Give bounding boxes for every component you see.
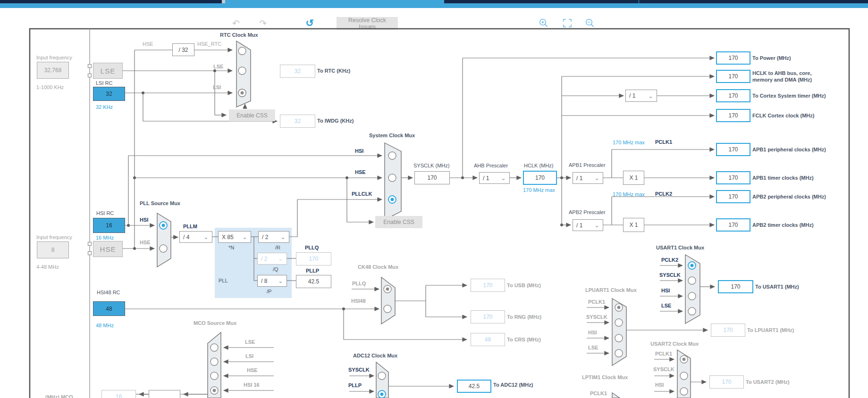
to-rtc-label: To RTC (KHz) [317,68,350,74]
fclk-value-box[interactable]: 170 [716,109,750,122]
tab-segment-mid[interactable] [444,0,639,3]
mco-radio-hse [211,372,218,380]
hclk-value-box[interactable]: 170 [523,171,557,185]
pllq-select: / 2⌄ [257,253,287,265]
adc12-radio-sysclk[interactable] [378,372,386,380]
sys-enable-css-button[interactable]: Enable CSS [375,216,422,228]
rtc-radio-lsi-ring[interactable] [238,89,246,97]
pllp-caption: /P [267,289,271,295]
plln-caption: *N [228,245,234,251]
usart1-radio-hsi[interactable] [688,292,696,300]
pll-panel-label: PLL [219,278,228,284]
usart2-sysclk-stub-label: SYSCLK [653,366,674,373]
fclk-label: FCLK Cortex clock (MHz) [752,113,814,119]
cortex-prescaler-select[interactable]: / 1⌄ [625,90,657,102]
chevron-down-icon: ⌄ [280,235,286,239]
reset-clock-icon[interactable]: ↺ [304,17,315,28]
usart1-radio-lse[interactable] [688,307,696,315]
tab-segment-right[interactable] [639,0,868,3]
sys-radio-hsi[interactable] [388,152,396,159]
undo-icon[interactable]: ↶ [231,18,241,28]
rtc-radio-lse[interactable] [238,67,246,75]
apb1-periph-label: APB1 peripheral clocks (MHz) [752,147,826,153]
sys-radio-hse[interactable] [388,174,396,182]
rtc-radio-hse[interactable] [238,47,246,55]
redo-glyph: ↷ [259,19,267,28]
hse-source-box: HSE [93,241,123,257]
lsi-rc-label: LSI RC [96,80,112,86]
system-mux-title: System Clock Mux [369,133,415,139]
hclk-label: HCLK (MHz) [524,163,553,169]
ck48-mux-shape [381,277,395,324]
to-usb-value-box: 170 [471,279,505,292]
lpuart1-pclk1-stub-label: PCLK1 [588,299,605,305]
pll-radio-hsi[interactable] [160,222,167,229]
lptim1-mux-shape [612,393,620,398]
pll-hse-stub-label: HSE [140,240,151,246]
rtc-div32-box: / 32 [172,43,194,56]
rtc-enable-css-button[interactable]: Enable CSS [229,109,275,121]
to-iwdg-value-box: 32 [280,115,315,128]
ahb-prescaler-select[interactable]: / 1⌄ [479,172,510,184]
hsi48-rc-box: 48 [93,301,125,316]
tab-segment-left[interactable] [0,0,222,3]
lpuart1-radio-pclk1-dot [617,306,621,309]
pllp-select[interactable]: / 8⌄ [257,275,287,287]
sys-radio-pllclk[interactable] [388,196,396,203]
hclk-ahb-value-box[interactable]: 170 [716,70,750,83]
usart1-sysclk-stub-label: SYSCLK [659,272,681,278]
ck48-mux-title: CK48 Clock Mux [358,264,398,270]
apb2-periph-label: APB2 periphe­ral clocks (MHz) [752,194,826,200]
system-mux-shape [385,143,401,220]
to-usb-label: To USB (MHz) [507,282,541,289]
mco-hse-stub-label: HSE [247,367,258,373]
rtc-radio-lsi[interactable] [238,89,246,97]
ck48-radio-hsi48 [384,305,391,313]
usart2-radio-pclk1-dot [683,358,686,361]
lse-input-frequency-field: 32.768 [37,62,69,79]
apb1-prescaler-select[interactable]: / 1⌄ [573,172,603,184]
mco-lsi-stub-label: LSI [245,353,253,359]
fit-to-screen-icon[interactable] [562,17,573,28]
resolve-clock-issues-button[interactable]: Resolve Clock Issues [337,17,398,30]
lpuart1-sysclk-stub-label: SYSCLK [586,314,607,320]
pll-mux-shape [157,213,171,267]
mco-mux-title: MCO Source Mux [194,320,236,326]
adc12-radio-pllp[interactable] [378,390,386,398]
usart1-hsi-stub-label: HSI [661,288,670,294]
cortex-timer-label: To Cortex System timer (MHz) [752,93,826,99]
adc12-sysclk-stub-label: SYSCLK [348,367,370,373]
undo-glyph: ↶ [232,19,240,28]
usart1-radio-pclk2[interactable] [688,262,696,269]
pllp-value-box: 42.5 [296,275,331,288]
apb1-timer-value-box[interactable]: 170 [716,171,750,184]
to-crs-value-box: 48 [471,333,505,346]
redo-icon[interactable]: ↷ [258,18,268,28]
pllq-divider-value: / 2 [261,256,267,262]
to-usart1-value-box[interactable]: 170 [718,280,753,293]
mco-radio-lse [211,344,218,351]
rtc-hse-rtc-stub-label: HSE_RTC [197,41,221,47]
pllm-select[interactable]: / 4⌄ [179,231,212,243]
zoom-out-icon[interactable] [584,17,595,28]
to-rng-value-box: 170 [471,310,505,323]
ck48-hsi48-stub-label: HSI48 [351,298,366,304]
rtc-mux-title: RTC Clock Mux [220,32,258,38]
pclk2-label: PCLK2 [655,191,672,197]
pllr-select[interactable]: / 2⌄ [258,231,289,243]
cortex-timer-value-box[interactable]: 170 [716,89,750,102]
pllp-output-label: PLLP [306,268,319,274]
plln-select[interactable]: X 85⌄ [218,231,251,243]
zoom-in-icon[interactable] [538,17,549,28]
to-adc12-value-box[interactable]: 42.5 [457,380,491,393]
pll-radio-hse[interactable] [160,245,167,252]
usart1-radio-sysclk[interactable] [688,277,696,284]
to-power-value-box[interactable]: 170 [716,51,750,65]
apb1-periph-value-box[interactable]: 170 [716,143,750,156]
apb2-timer-value-box[interactable]: 170 [716,218,750,232]
apb2-prescaler-select[interactable]: / 1⌄ [573,219,603,231]
hclk-ahb-label-line1: HCLK to AHB bus, core, [752,70,812,76]
pll-radio-hsi-dot [162,224,165,227]
apb2-periph-value-box[interactable]: 170 [716,190,750,203]
pllq-output-label: PLLQ [305,245,319,251]
